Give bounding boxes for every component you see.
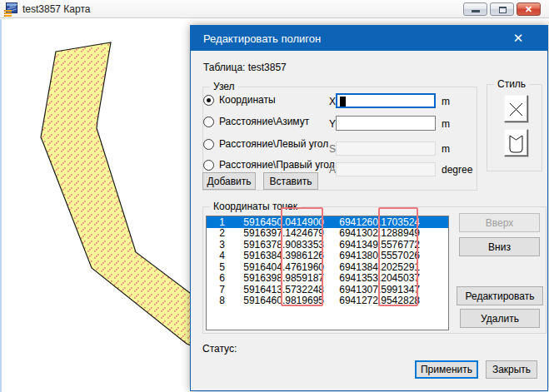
close-window-button[interactable]: ✕ (517, 2, 541, 16)
s-input (336, 141, 436, 156)
radio-distance-left-angle-label: Расстояние\Левый угол (219, 138, 328, 150)
list-row[interactable]: 35916378.90833536941349.5576772 (207, 239, 448, 251)
y-label: Y (329, 118, 336, 130)
x-cross-icon (507, 98, 526, 121)
minimize-button[interactable] (463, 2, 487, 16)
radio-coordinates-label: Координаты (219, 94, 276, 106)
s-label: S (329, 143, 336, 155)
edit-polygon-dialog: Редактировать полигон ✕ Таблица: test385… (190, 25, 548, 391)
maximize-icon (499, 7, 507, 13)
maximize-button[interactable] (490, 2, 514, 16)
screen: test3857 Карта ✕ Редактировать полигон ✕… (0, 0, 549, 392)
up-button[interactable]: Вверх (459, 213, 540, 232)
points-group-label: Координаты точек (210, 201, 301, 212)
radio-distance-azimuth[interactable]: Расстояние\Азимут (203, 116, 309, 127)
x-unit: m (442, 96, 450, 107)
a-label: A (329, 164, 336, 176)
x-label: X (329, 96, 336, 107)
y-unit: m (442, 118, 450, 130)
polygon-icon (507, 132, 526, 155)
table-label: Таблица: test3857 (203, 62, 287, 73)
a-unit: degree (442, 164, 472, 176)
s-unit: m (442, 143, 450, 155)
radio-distance-azimuth-label: Расстояние\Азимут (219, 116, 309, 127)
delete-button[interactable]: Удалить (460, 309, 540, 328)
radio-coordinates[interactable]: Координаты (203, 94, 276, 106)
status-label: Статус: (202, 343, 237, 355)
line-style-button[interactable] (504, 95, 528, 122)
x-input[interactable] (336, 93, 436, 108)
text-caret (340, 97, 346, 107)
radio-icon (203, 160, 214, 171)
window-title: test3857 Карта (22, 3, 90, 15)
close-dialog-button[interactable]: Закрыть (486, 360, 537, 379)
list-row[interactable]: 85916460.98196956941272.9542828 (207, 295, 448, 307)
dialog-titlebar[interactable]: Редактировать полигон (191, 26, 547, 51)
window-left-border (0, 19, 2, 392)
map-window-icon (4, 2, 17, 16)
list-row[interactable]: 55916404.47619606941384.2025291 (207, 261, 448, 273)
edit-button[interactable]: Редактировать (457, 286, 543, 305)
node-group-label: Узел (210, 81, 238, 92)
radio-selected-icon (203, 95, 214, 106)
region-style-button[interactable] (504, 129, 528, 156)
list-row[interactable]: 75916413.57322486941307.5991347 (207, 284, 448, 295)
insert-button[interactable]: Вставить (263, 172, 318, 190)
add-button[interactable]: Добавить (202, 172, 256, 190)
list-row[interactable]: 15916450.04149006941260.1703524 (207, 216, 448, 228)
radio-distance-right-angle-label: Расстояние\Правый угол (219, 159, 335, 171)
list-row[interactable]: 25916397.14246796941302.1288949 (207, 228, 448, 240)
radio-distance-left-angle[interactable]: Расстояние\Левый угол (203, 138, 328, 150)
y-input[interactable] (336, 116, 436, 131)
dialog-title: Редактировать полигон (203, 32, 321, 45)
radio-icon (203, 117, 214, 127)
list-row[interactable]: 65916398.98591876941353.2045037 (207, 273, 448, 285)
style-group-label: Стиль (494, 78, 529, 90)
minimize-icon (472, 10, 480, 12)
list-row[interactable]: 45916384.39861266941380.5557026 (207, 251, 448, 262)
apply-button[interactable]: Применить (415, 360, 478, 379)
points-list[interactable]: 15916450.04149006941260.1703524 25916397… (206, 216, 449, 330)
down-button[interactable]: Вниз (459, 237, 540, 256)
radio-icon (203, 139, 214, 150)
a-input (336, 162, 436, 176)
dialog-close-button[interactable]: ✕ (506, 26, 531, 51)
radio-distance-right-angle[interactable]: Расстояние\Правый угол (203, 159, 335, 171)
